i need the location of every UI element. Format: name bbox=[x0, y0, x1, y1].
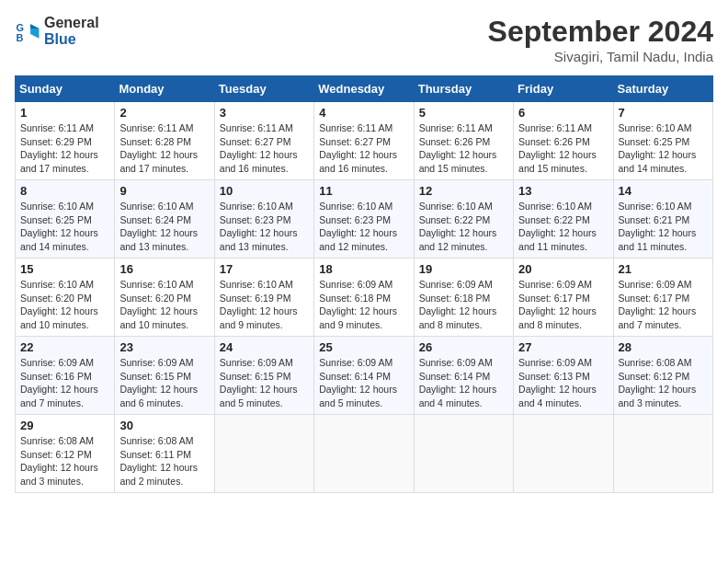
calendar-cell: 15Sunrise: 6:10 AMSunset: 6:20 PMDayligh… bbox=[16, 259, 115, 337]
day-number: 4 bbox=[319, 106, 408, 120]
week-row-4: 22Sunrise: 6:09 AMSunset: 6:16 PMDayligh… bbox=[16, 337, 713, 415]
day-info: Sunrise: 6:11 AMSunset: 6:26 PMDaylight:… bbox=[419, 121, 508, 176]
location: Sivagiri, Tamil Nadu, India bbox=[488, 49, 713, 64]
day-info: Sunrise: 6:10 AMSunset: 6:23 PMDaylight:… bbox=[220, 200, 309, 254]
calendar-cell: 26Sunrise: 6:09 AMSunset: 6:14 PMDayligh… bbox=[414, 337, 513, 415]
day-info: Sunrise: 6:08 AMSunset: 6:12 PMDaylight:… bbox=[20, 434, 109, 488]
calendar-cell: 19Sunrise: 6:09 AMSunset: 6:18 PMDayligh… bbox=[414, 259, 513, 337]
day-number: 30 bbox=[119, 419, 209, 432]
day-info: Sunrise: 6:10 AMSunset: 6:22 PMDaylight:… bbox=[419, 200, 508, 254]
calendar-cell: 8Sunrise: 6:10 AMSunset: 6:25 PMDaylight… bbox=[16, 180, 115, 259]
calendar-cell bbox=[514, 415, 613, 493]
calendar-cell: 25Sunrise: 6:09 AMSunset: 6:14 PMDayligh… bbox=[314, 337, 414, 415]
calendar-cell: 18Sunrise: 6:09 AMSunset: 6:18 PMDayligh… bbox=[314, 259, 414, 337]
calendar-cell: 24Sunrise: 6:09 AMSunset: 6:15 PMDayligh… bbox=[214, 337, 313, 415]
day-number: 12 bbox=[419, 184, 508, 198]
calendar-cell: 7Sunrise: 6:10 AMSunset: 6:25 PMDaylight… bbox=[613, 102, 712, 180]
day-number: 23 bbox=[119, 340, 209, 354]
day-info: Sunrise: 6:09 AMSunset: 6:15 PMDaylight:… bbox=[119, 356, 209, 410]
title-area: September 2024 Sivagiri, Tamil Nadu, Ind… bbox=[488, 15, 713, 64]
calendar: SundayMondayTuesdayWednesdayThursdayFrid… bbox=[15, 75, 713, 493]
weekday-header-monday: Monday bbox=[115, 76, 214, 102]
header: G B General Blue September 2024 Sivagiri… bbox=[15, 15, 713, 64]
calendar-cell: 29Sunrise: 6:08 AMSunset: 6:12 PMDayligh… bbox=[16, 415, 115, 493]
logo-line2: Blue bbox=[44, 31, 99, 48]
calendar-cell bbox=[314, 415, 414, 493]
day-number: 17 bbox=[220, 262, 309, 276]
day-info: Sunrise: 6:10 AMSunset: 6:20 PMDaylight:… bbox=[119, 278, 209, 332]
day-number: 1 bbox=[20, 106, 109, 120]
day-number: 18 bbox=[319, 262, 408, 276]
calendar-cell: 16Sunrise: 6:10 AMSunset: 6:20 PMDayligh… bbox=[115, 259, 214, 337]
day-info: Sunrise: 6:11 AMSunset: 6:27 PMDaylight:… bbox=[319, 121, 408, 176]
calendar-cell: 20Sunrise: 6:09 AMSunset: 6:17 PMDayligh… bbox=[514, 259, 613, 337]
week-row-5: 29Sunrise: 6:08 AMSunset: 6:12 PMDayligh… bbox=[16, 415, 713, 493]
day-number: 7 bbox=[619, 106, 708, 120]
day-number: 13 bbox=[518, 184, 608, 198]
day-info: Sunrise: 6:08 AMSunset: 6:12 PMDaylight:… bbox=[619, 356, 708, 410]
day-info: Sunrise: 6:10 AMSunset: 6:25 PMDaylight:… bbox=[20, 200, 109, 254]
calendar-cell: 22Sunrise: 6:09 AMSunset: 6:16 PMDayligh… bbox=[16, 337, 115, 415]
calendar-cell: 14Sunrise: 6:10 AMSunset: 6:21 PMDayligh… bbox=[613, 180, 712, 259]
calendar-cell: 10Sunrise: 6:10 AMSunset: 6:23 PMDayligh… bbox=[214, 180, 313, 259]
calendar-cell bbox=[414, 415, 513, 493]
day-number: 14 bbox=[619, 184, 708, 198]
calendar-cell: 3Sunrise: 6:11 AMSunset: 6:27 PMDaylight… bbox=[214, 102, 313, 180]
week-row-3: 15Sunrise: 6:10 AMSunset: 6:20 PMDayligh… bbox=[16, 259, 713, 337]
day-number: 10 bbox=[220, 184, 309, 198]
day-info: Sunrise: 6:10 AMSunset: 6:23 PMDaylight:… bbox=[319, 200, 408, 254]
day-info: Sunrise: 6:09 AMSunset: 6:18 PMDaylight:… bbox=[419, 278, 508, 332]
svg-marker-3 bbox=[30, 24, 39, 29]
month-year: September 2024 bbox=[488, 15, 713, 49]
day-info: Sunrise: 6:10 AMSunset: 6:21 PMDaylight:… bbox=[619, 200, 708, 254]
calendar-cell: 5Sunrise: 6:11 AMSunset: 6:26 PMDaylight… bbox=[414, 102, 513, 180]
day-number: 2 bbox=[119, 106, 209, 120]
day-number: 21 bbox=[619, 262, 708, 276]
day-info: Sunrise: 6:10 AMSunset: 6:24 PMDaylight:… bbox=[119, 200, 209, 254]
calendar-cell: 9Sunrise: 6:10 AMSunset: 6:24 PMDaylight… bbox=[115, 180, 214, 259]
calendar-cell: 28Sunrise: 6:08 AMSunset: 6:12 PMDayligh… bbox=[613, 337, 712, 415]
day-info: Sunrise: 6:10 AMSunset: 6:25 PMDaylight:… bbox=[619, 121, 708, 176]
weekday-header-friday: Friday bbox=[514, 76, 613, 102]
day-info: Sunrise: 6:11 AMSunset: 6:29 PMDaylight:… bbox=[20, 121, 109, 176]
day-info: Sunrise: 6:09 AMSunset: 6:17 PMDaylight:… bbox=[619, 278, 708, 332]
logo-line1: General bbox=[44, 15, 99, 31]
day-info: Sunrise: 6:09 AMSunset: 6:14 PMDaylight:… bbox=[419, 356, 508, 410]
day-number: 25 bbox=[319, 340, 408, 354]
weekday-header-saturday: Saturday bbox=[613, 76, 712, 102]
day-info: Sunrise: 6:09 AMSunset: 6:13 PMDaylight:… bbox=[518, 356, 608, 410]
day-number: 28 bbox=[619, 340, 708, 354]
calendar-cell bbox=[214, 415, 313, 493]
day-number: 11 bbox=[319, 184, 408, 198]
day-number: 29 bbox=[20, 419, 109, 432]
day-number: 19 bbox=[419, 262, 508, 276]
day-info: Sunrise: 6:11 AMSunset: 6:26 PMDaylight:… bbox=[518, 121, 608, 176]
day-number: 20 bbox=[518, 262, 608, 276]
day-number: 26 bbox=[419, 340, 508, 354]
calendar-body: 1Sunrise: 6:11 AMSunset: 6:29 PMDaylight… bbox=[16, 102, 713, 493]
calendar-cell: 6Sunrise: 6:11 AMSunset: 6:26 PMDaylight… bbox=[514, 102, 613, 180]
calendar-cell: 13Sunrise: 6:10 AMSunset: 6:22 PMDayligh… bbox=[514, 180, 613, 259]
day-number: 22 bbox=[20, 340, 109, 354]
day-info: Sunrise: 6:11 AMSunset: 6:27 PMDaylight:… bbox=[220, 121, 309, 176]
calendar-cell: 4Sunrise: 6:11 AMSunset: 6:27 PMDaylight… bbox=[314, 102, 414, 180]
calendar-cell: 1Sunrise: 6:11 AMSunset: 6:29 PMDaylight… bbox=[16, 102, 115, 180]
day-info: Sunrise: 6:09 AMSunset: 6:18 PMDaylight:… bbox=[319, 278, 408, 332]
day-info: Sunrise: 6:09 AMSunset: 6:14 PMDaylight:… bbox=[319, 356, 408, 410]
day-number: 5 bbox=[419, 106, 508, 120]
day-info: Sunrise: 6:10 AMSunset: 6:22 PMDaylight:… bbox=[518, 200, 608, 254]
week-row-2: 8Sunrise: 6:10 AMSunset: 6:25 PMDaylight… bbox=[16, 180, 713, 259]
calendar-cell: 27Sunrise: 6:09 AMSunset: 6:13 PMDayligh… bbox=[514, 337, 613, 415]
calendar-header-row: SundayMondayTuesdayWednesdayThursdayFrid… bbox=[16, 76, 713, 102]
day-number: 24 bbox=[220, 340, 309, 354]
day-number: 15 bbox=[20, 262, 109, 276]
calendar-cell: 21Sunrise: 6:09 AMSunset: 6:17 PMDayligh… bbox=[613, 259, 712, 337]
day-info: Sunrise: 6:09 AMSunset: 6:17 PMDaylight:… bbox=[518, 278, 608, 332]
calendar-cell: 11Sunrise: 6:10 AMSunset: 6:23 PMDayligh… bbox=[314, 180, 414, 259]
week-row-1: 1Sunrise: 6:11 AMSunset: 6:29 PMDaylight… bbox=[16, 102, 713, 180]
calendar-cell: 30Sunrise: 6:08 AMSunset: 6:11 PMDayligh… bbox=[115, 415, 214, 493]
day-number: 8 bbox=[20, 184, 109, 198]
day-number: 27 bbox=[518, 340, 608, 354]
logo: G B General Blue bbox=[15, 15, 99, 47]
day-number: 3 bbox=[220, 106, 309, 120]
